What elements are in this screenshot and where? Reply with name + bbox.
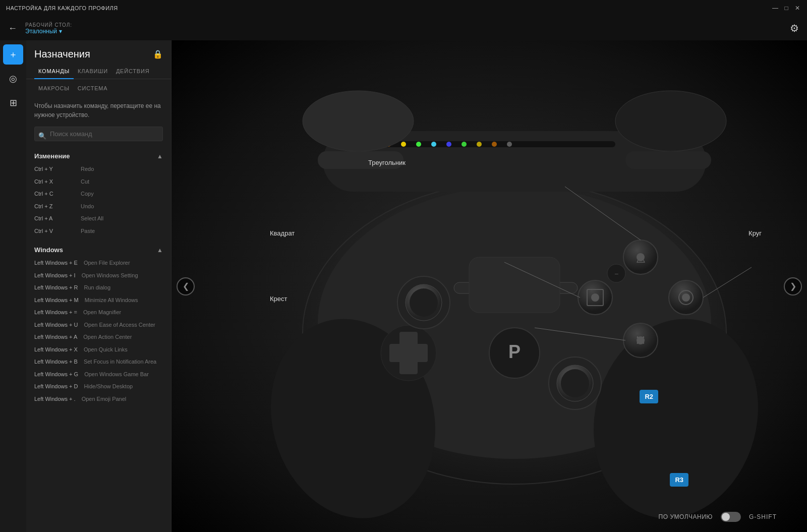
section-header-windows[interactable]: Windows ▲ [26, 241, 171, 257]
cmd-key: Ctrl + A [34, 214, 75, 223]
cmd-desc: Run dialog [84, 283, 111, 292]
svg-point-17 [615, 91, 726, 151]
cmd-key: Ctrl + C [34, 190, 75, 198]
tab-keys[interactable]: КЛАВИШИ [74, 64, 112, 79]
list-item[interactable]: Left Windows + I Open Windows Setting [26, 269, 171, 282]
list-item[interactable]: Left Windows + M Minimize All Windows [26, 294, 171, 307]
tab-commands[interactable]: КОМАНДЫ [34, 64, 74, 79]
header-profile-selector[interactable]: Эталонный ▾ [25, 28, 72, 35]
sidebar-icon-circle[interactable]: ◎ [3, 69, 23, 89]
circle-label: Круг [748, 229, 762, 237]
search-container: 🔍 [26, 124, 171, 147]
nav-arrow-right[interactable]: ❯ [784, 277, 802, 295]
cmd-desc: Cut [81, 178, 89, 186]
list-item[interactable]: Ctrl + X Cut [26, 175, 171, 188]
tabs-row-secondary: МАКРОСЫ СИСТЕМА [26, 79, 171, 95]
search-input[interactable] [34, 127, 163, 141]
cmd-desc: Paste [81, 227, 95, 235]
svg-point-13 [477, 142, 482, 147]
svg-point-16 [303, 91, 414, 151]
svg-point-10 [431, 142, 436, 147]
cmd-desc: Open Ease of Access Center [84, 321, 155, 329]
main-content: P △ ✕ − [171, 40, 807, 532]
svg-rect-19 [625, 151, 711, 169]
r2-button-label: R2 [640, 390, 658, 403]
list-item[interactable]: Left Windows + G Open Windows Game Bar [26, 368, 171, 381]
svg-point-36 [637, 253, 645, 261]
section-title-windows: Windows [34, 246, 63, 254]
cmd-desc: Copy [81, 190, 94, 198]
list-item[interactable]: Left Windows + R Run dialog [26, 281, 171, 294]
cmd-key: Ctrl + Z [34, 202, 75, 211]
cmd-desc: Redo [81, 165, 94, 173]
list-item[interactable]: Left Windows + E Open File Explorer [26, 257, 171, 269]
section-header-edit[interactable]: Изменение ▲ [26, 147, 171, 163]
title-bar: НАСТРОЙКА ДЛЯ КАЖДОГО ПРОФИЛЯ — □ ✕ [0, 0, 807, 16]
cmd-desc: Open Quick Links [84, 345, 128, 354]
back-button[interactable]: ← [8, 23, 17, 34]
list-item[interactable]: Ctrl + Z Undo [26, 200, 171, 213]
title-bar-text: НАСТРОЙКА ДЛЯ КАЖДОГО ПРОФИЛЯ [6, 5, 118, 11]
list-item[interactable]: Left Windows + X Open Quick Links [26, 343, 171, 356]
instruction-text: Чтобы назначить команду, перетащите ее н… [26, 95, 171, 124]
minimize-button[interactable]: — [772, 5, 779, 12]
svg-rect-24 [469, 257, 560, 313]
svg-point-42 [637, 336, 645, 344]
cmd-key: Ctrl + Y [34, 165, 75, 173]
cmd-desc: Minimize All Windows [85, 296, 138, 305]
list-item[interactable]: Left Windows + A Open Action Center [26, 331, 171, 343]
title-bar-controls: — □ ✕ [772, 5, 801, 12]
list-item[interactable]: Ctrl + A Select All [26, 212, 171, 225]
svg-point-14 [492, 142, 497, 147]
cmd-desc: Select All [81, 214, 103, 223]
list-item[interactable]: Ctrl + C Copy [26, 188, 171, 200]
maximize-button[interactable]: □ [783, 5, 790, 12]
list-item[interactable]: Left Windows + D Hide/Show Desktop [26, 380, 171, 393]
svg-point-45 [682, 293, 690, 302]
list-item[interactable]: Left Windows + . Open Emoji Panel [26, 393, 171, 405]
cmd-key: Left Windows + . [34, 395, 76, 403]
cmd-list-edit: Ctrl + Y Redo Ctrl + X Cut Ctrl + C Copy… [26, 163, 171, 241]
header-bar: ← РАБОЧИЙ СТОЛ: Эталонный ▾ ⚙ [0, 16, 807, 40]
nav-arrow-left[interactable]: ❮ [177, 277, 195, 295]
svg-rect-27 [389, 344, 428, 362]
cmd-desc: Open Action Center [83, 333, 132, 341]
section-title-edit: Изменение [34, 152, 70, 160]
gshift-label: G-SHIFT [749, 513, 777, 520]
close-button[interactable]: ✕ [794, 5, 801, 12]
left-panel: Назначения 🔒 КОМАНДЫ КЛАВИШИ ДЕЙСТВИЯ МА… [26, 40, 171, 532]
controller-svg: P △ ✕ − [171, 40, 807, 532]
svg-point-8 [401, 142, 406, 147]
svg-point-11 [446, 142, 451, 147]
lock-icon: 🔒 [153, 49, 163, 59]
search-icon: 🔍 [38, 132, 46, 139]
cmd-desc: Open Magnifier [83, 308, 121, 317]
gshift-toggle[interactable] [721, 512, 741, 522]
panel-title: Назначения [34, 48, 90, 60]
svg-text:P: P [508, 341, 521, 362]
list-item[interactable]: Ctrl + Y Redo [26, 163, 171, 175]
list-item[interactable]: Ctrl + V Paste [26, 225, 171, 238]
tab-actions[interactable]: ДЕЙСТВИЯ [112, 64, 154, 79]
square-label: Квадрат [270, 229, 295, 237]
cmd-key: Left Windows + A [34, 333, 77, 341]
dropdown-arrow-icon: ▾ [59, 28, 62, 35]
header-subtitle: РАБОЧИЙ СТОЛ: [25, 22, 72, 28]
cmd-key: Left Windows + B [34, 358, 78, 366]
chevron-up-icon: ▲ [157, 153, 163, 160]
cmd-key: Left Windows + U [34, 321, 78, 329]
tab-macros[interactable]: МАКРОСЫ [34, 81, 74, 95]
settings-button[interactable]: ⚙ [790, 22, 799, 34]
tab-system[interactable]: СИСТЕМА [74, 81, 112, 95]
list-item[interactable]: Left Windows + = Open Magnifier [26, 306, 171, 319]
r3-button-label: R3 [670, 473, 688, 487]
sidebar-icon-add[interactable]: ＋ [3, 44, 23, 65]
cmd-key: Left Windows + X [34, 345, 78, 354]
sidebar-icon-grid[interactable]: ⊞ [3, 93, 23, 113]
list-item[interactable]: Left Windows + U Open Ease of Access Cen… [26, 319, 171, 331]
triangle-label: Треугольник [368, 159, 406, 166]
panel-header: Назначения 🔒 [26, 40, 171, 64]
cmd-key: Left Windows + G [34, 370, 78, 379]
cmd-desc: Open Windows Setting [82, 271, 138, 280]
list-item[interactable]: Left Windows + B Set Focus in Notificati… [26, 356, 171, 368]
